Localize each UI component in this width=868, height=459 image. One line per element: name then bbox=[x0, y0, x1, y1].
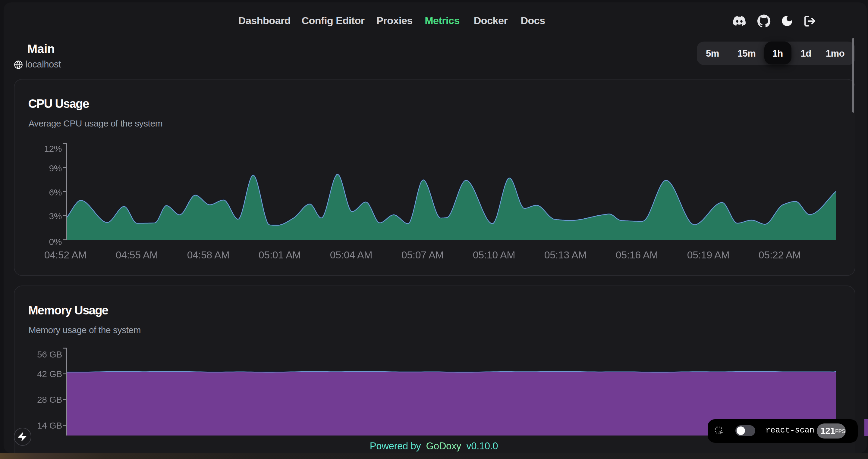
svg-text:05:19 AM: 05:19 AM bbox=[687, 249, 730, 261]
svg-text:04:52 AM: 04:52 AM bbox=[44, 249, 87, 261]
svg-text:05:07 AM: 05:07 AM bbox=[401, 249, 444, 261]
svg-text:14 GB: 14 GB bbox=[37, 421, 62, 430]
svg-text:04:58 AM: 04:58 AM bbox=[187, 249, 229, 261]
svg-text:05:10 AM: 05:10 AM bbox=[473, 249, 515, 261]
svg-text:9%: 9% bbox=[49, 163, 62, 173]
svg-text:05:04 AM: 05:04 AM bbox=[330, 249, 372, 261]
svg-text:05:13 AM: 05:13 AM bbox=[544, 249, 587, 261]
svg-text:0%: 0% bbox=[49, 237, 62, 247]
svg-text:04:55 AM: 04:55 AM bbox=[116, 249, 158, 261]
svg-text:6%: 6% bbox=[49, 187, 62, 197]
svg-text:05:22 AM: 05:22 AM bbox=[758, 249, 801, 261]
svg-text:42 GB: 42 GB bbox=[37, 369, 62, 379]
svg-text:05:16 AM: 05:16 AM bbox=[616, 249, 658, 261]
svg-text:56 GB: 56 GB bbox=[37, 349, 62, 359]
svg-text:05:01 AM: 05:01 AM bbox=[258, 249, 301, 261]
svg-text:12%: 12% bbox=[44, 144, 62, 154]
svg-text:28 GB: 28 GB bbox=[37, 395, 62, 404]
svg-text:3%: 3% bbox=[49, 211, 62, 221]
